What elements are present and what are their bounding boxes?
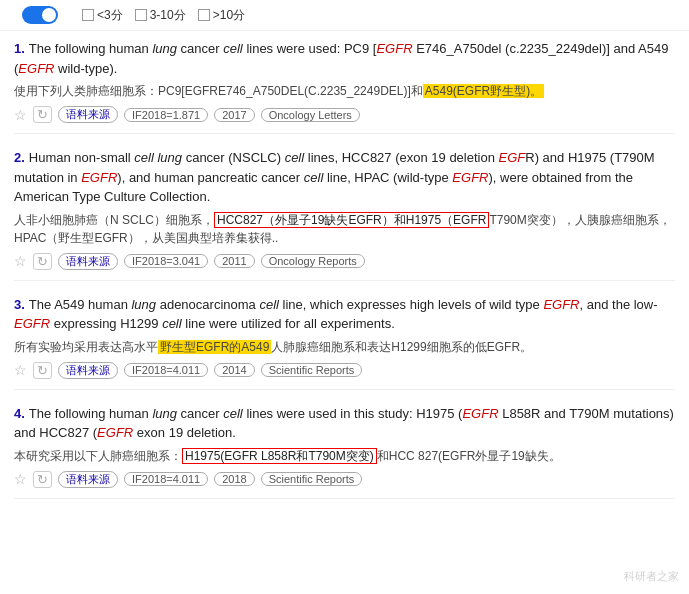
if-tag-2: IF2018=3.041 <box>124 254 208 268</box>
zh-text: 本研究采用以下人肺癌细胞系： <box>14 449 182 463</box>
en-text: lines were used in this study: H1975 ( <box>243 406 463 421</box>
year-tag-3: 2014 <box>214 363 254 377</box>
en-italic: lung <box>152 41 177 56</box>
en-text: The A549 human <box>29 297 132 312</box>
toggle-knob <box>42 8 56 22</box>
star-icon-2[interactable]: ☆ <box>14 253 27 269</box>
filter-gt10-label: >10分 <box>213 7 245 24</box>
en-italic: cell <box>162 316 182 331</box>
year-tag-4: 2018 <box>214 472 254 486</box>
en-italic-red: EGFR <box>452 170 488 185</box>
en-italic-red: EGFR <box>14 316 50 331</box>
en-italic: cell <box>223 406 243 421</box>
en-text: line, HPAC (wild-type <box>323 170 452 185</box>
journal-tag-3: Scientific Reports <box>261 363 363 377</box>
if-tag-4: IF2018=4.011 <box>124 472 208 486</box>
if-tag-3: IF2018=4.011 <box>124 363 208 377</box>
en-text: The following human <box>29 406 153 421</box>
results-content: 1.The following human lung cancer cell l… <box>0 31 689 521</box>
meta-row-4: ☆ ↻ 语料来源 IF2018=4.011 2018 Scientific Re… <box>14 471 675 488</box>
zh-highlight-yellow: A549(EGFR野生型)。 <box>423 84 544 98</box>
result-num-4: 4. <box>14 406 25 421</box>
zh-highlight-red: H1975(EGFR L858R和T790M突变) <box>182 448 377 464</box>
en-italic-red: EGFR <box>462 406 498 421</box>
en-text: cancer <box>177 41 223 56</box>
zh-text: 人肺腺癌细胞系和表达H1299细胞系的低EGFR。 <box>271 340 532 354</box>
en-italic-red: EGFR <box>18 61 54 76</box>
en-text: cancer (NSCLC) <box>182 150 285 165</box>
en-text: ), and human pancreatic cancer <box>117 170 303 185</box>
meta-row-1: ☆ ↻ 语料来源 IF2018=1.871 2017 Oncology Lett… <box>14 106 675 123</box>
en-text: line, which expresses high levels of wil… <box>279 297 543 312</box>
checkbox-gt10[interactable] <box>198 9 210 21</box>
refresh-icon-1[interactable]: ↻ <box>33 106 52 123</box>
result-item-2: 2.Human non-small cell lung cancer (NSCL… <box>14 148 675 281</box>
en-text: cancer <box>177 406 223 421</box>
zh-text: 和HCC 827(EGFR外显子19缺失。 <box>377 449 561 463</box>
refresh-icon-4[interactable]: ↻ <box>33 471 52 488</box>
filter-3to10-label: 3-10分 <box>150 7 186 24</box>
journal-tag-2: Oncology Reports <box>261 254 365 268</box>
source-tag-1[interactable]: 语料来源 <box>58 106 118 123</box>
zh-highlight-yellow: 野生型EGFR的A549 <box>158 340 271 354</box>
year-tag-2: 2011 <box>214 254 254 268</box>
result-item-4: 4.The following human lung cancer cell l… <box>14 404 675 499</box>
top-bar: <3分 3-10分 >10分 <box>0 0 689 31</box>
result-item-1: 1.The following human lung cancer cell l… <box>14 39 675 134</box>
result-num-1: 1. <box>14 41 25 56</box>
year-tag-1: 2017 <box>214 108 254 122</box>
en-text: exon 19 deletion. <box>133 425 236 440</box>
en-italic-red: EGFR <box>543 297 579 312</box>
filter-lt3[interactable]: <3分 <box>82 7 123 24</box>
en-text: The following human <box>29 41 153 56</box>
checkbox-3to10[interactable] <box>135 9 147 21</box>
en-italic-red: EGFR <box>376 41 412 56</box>
en-italic: lung <box>131 297 156 312</box>
translate-toggle[interactable] <box>22 6 58 24</box>
refresh-icon-2[interactable]: ↻ <box>33 253 52 270</box>
zh-text: 使用下列人类肺癌细胞系：PC9[EGFRE746_A750DEL(C.2235_… <box>14 84 423 98</box>
star-icon-1[interactable]: ☆ <box>14 107 27 123</box>
filter-lt3-label: <3分 <box>97 7 123 24</box>
en-italic: cell <box>259 297 279 312</box>
result-item-3: 3.The A549 human lung adenocarcinoma cel… <box>14 295 675 390</box>
checkbox-lt3[interactable] <box>82 9 94 21</box>
en-text: lines were used: PC9 [ <box>243 41 377 56</box>
if-tag-1: IF2018=1.871 <box>124 108 208 122</box>
filter-gt10[interactable]: >10分 <box>198 7 245 24</box>
en-text: expressing H1299 <box>50 316 162 331</box>
watermark: 科研者之家 <box>624 569 679 584</box>
en-italic: cell <box>285 150 305 165</box>
result-num-3: 3. <box>14 297 25 312</box>
journal-tag-4: Scientific Reports <box>261 472 363 486</box>
en-text: lines, HCC827 (exon 19 deletion <box>304 150 498 165</box>
en-italic: cell lung <box>134 150 182 165</box>
refresh-icon-3[interactable]: ↻ <box>33 362 52 379</box>
en-italic: cell <box>304 170 324 185</box>
en-text: line were utilized for all experiments. <box>182 316 395 331</box>
meta-row-3: ☆ ↻ 语料来源 IF2018=4.011 2014 Scientific Re… <box>14 362 675 379</box>
en-italic-red: EGF <box>499 150 526 165</box>
star-icon-3[interactable]: ☆ <box>14 362 27 378</box>
en-italic: lung <box>152 406 177 421</box>
en-text: wild-type). <box>54 61 117 76</box>
source-tag-4[interactable]: 语料来源 <box>58 471 118 488</box>
zh-text: 所有实验均采用表达高水平 <box>14 340 158 354</box>
zh-text: 人非小细胞肺癌（N SCLC）细胞系， <box>14 213 214 227</box>
result-num-2: 2. <box>14 150 25 165</box>
star-icon-4[interactable]: ☆ <box>14 471 27 487</box>
en-italic: cell <box>223 41 243 56</box>
zh-highlight-red: HCC827（外显子19缺失EGFR）和H1975（EGFR <box>214 212 489 228</box>
filter-3to10[interactable]: 3-10分 <box>135 7 186 24</box>
journal-tag-1: Oncology Letters <box>261 108 360 122</box>
en-italic-red: EGFR <box>97 425 133 440</box>
en-text: Human non-small <box>29 150 135 165</box>
en-text: adenocarcinoma <box>156 297 259 312</box>
source-tag-3[interactable]: 语料来源 <box>58 362 118 379</box>
meta-row-2: ☆ ↻ 语料来源 IF2018=3.041 2011 Oncology Repo… <box>14 253 675 270</box>
en-text: , and the low- <box>580 297 658 312</box>
source-tag-2[interactable]: 语料来源 <box>58 253 118 270</box>
en-italic-red: EGFR <box>81 170 117 185</box>
